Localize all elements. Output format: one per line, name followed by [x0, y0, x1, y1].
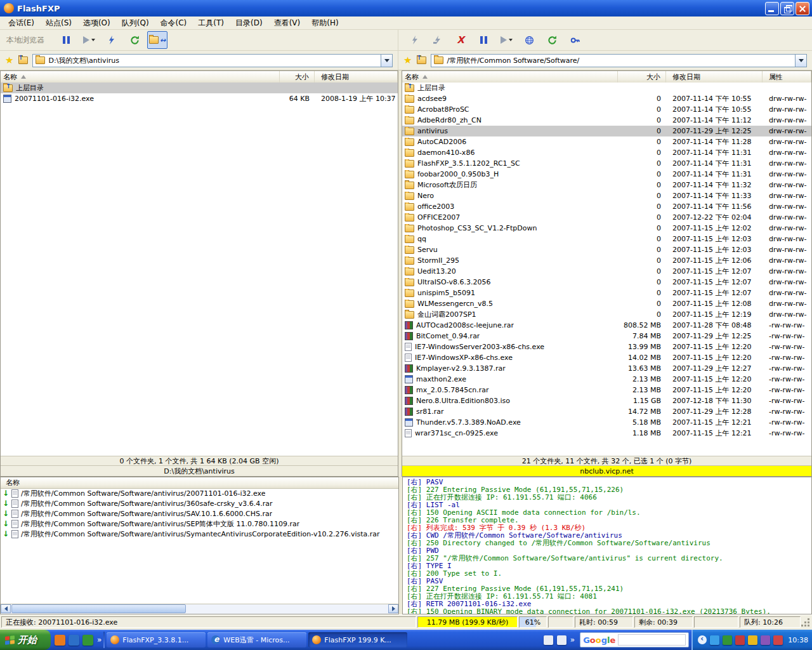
file-row[interactable]: IE7-WindowsServer2003-x86-chs.exe13.99 M…	[402, 342, 811, 352]
file-row[interactable]: Microsoft农历日历02007-11-14 下午 11:32drw-rw-…	[402, 180, 811, 190]
file-row[interactable]: AUTOcad2008sc-leejune.rar808.52 MB2007-1…	[402, 320, 811, 331]
scroll-left-button[interactable]	[1, 604, 11, 613]
file-row[interactable]: AutoCAD200602007-11-14 下午 11:28drw-rw-rw…	[402, 136, 811, 147]
dropdown-button[interactable]	[381, 55, 392, 67]
transfer-button[interactable]	[102, 31, 122, 49]
file-row[interactable]: unispim5_b509102007-11-15 上午 12:07drw-rw…	[402, 288, 811, 298]
file-row[interactable]: BitComet_0.94.rar7.84 MB2007-11-29 上午 12…	[402, 331, 811, 342]
taskbar-task-button[interactable]: WEB迅雷 - Micros...	[207, 632, 306, 647]
deskband-overflow[interactable]	[570, 635, 575, 644]
tray-icon[interactable]	[761, 635, 770, 645]
remote-refresh-button[interactable]	[542, 31, 562, 49]
file-row[interactable]: FlashFXP_3.5.1.1202_RC1_SC02007-11-14 下午…	[402, 158, 811, 169]
queue-h-scrollbar[interactable]	[1, 604, 398, 614]
google-search-input[interactable]	[618, 634, 686, 646]
favorites-star-icon[interactable]: ★	[5, 56, 13, 65]
close-button[interactable]	[796, 2, 809, 15]
title-bar[interactable]: FlashFXP	[0, 0, 812, 17]
file-row[interactable]: StormII_29502007-11-15 上午 12:06drw-rw-rw…	[402, 255, 811, 266]
file-row[interactable]: Nero02007-11-14 下午 11:33drw-rw-rw-	[402, 190, 811, 201]
column-header-size[interactable]: 大小	[618, 71, 666, 83]
taskbar-task-button[interactable]: FlashFXP 199.9 K...	[308, 632, 407, 647]
quick-launch-icon[interactable]	[69, 635, 79, 646]
file-row[interactable]: mx_2.0.5.7845cn.rar2.13 MB2007-11-15 上午 …	[402, 385, 811, 395]
file-row[interactable]: 上层目录	[402, 83, 811, 93]
column-header-size[interactable]: 大小	[280, 71, 315, 83]
scroll-right-button[interactable]	[388, 604, 398, 613]
file-row[interactable]: 上层目录	[1, 83, 398, 93]
menu-item[interactable]: 站点(S)	[40, 17, 77, 30]
column-header-name[interactable]: 名称	[1, 71, 280, 83]
remote-pause-button[interactable]	[473, 31, 494, 49]
start-button[interactable]: 开始	[0, 630, 51, 650]
file-row[interactable]: Photoshop_CS3_SC_V1.2-FtpDown02007-11-15…	[402, 223, 811, 234]
remote-parent-folder-button[interactable]: ↑	[415, 55, 428, 66]
remote-path-combobox[interactable]: /常用软件/Common Software/Software/	[431, 54, 807, 67]
menu-item[interactable]: 选项(O)	[77, 17, 116, 30]
menu-item[interactable]: 查看(V)	[268, 17, 306, 30]
menu-item[interactable]: 目录(D)	[230, 17, 268, 30]
local-browser-label[interactable]: 本地浏览器	[5, 35, 53, 46]
dropdown-button[interactable]	[795, 55, 806, 67]
column-header-attr[interactable]: 属性	[763, 71, 811, 83]
tray-icon[interactable]	[735, 635, 745, 645]
file-row[interactable]: wrar371sc_cn-0925.exe1.18 MB2007-11-15 上…	[402, 428, 811, 439]
connect-button[interactable]	[405, 31, 425, 49]
queue-item[interactable]: /常用软件/Common Software/Software/antivirus…	[1, 519, 398, 529]
file-row[interactable]: sr81.rar14.72 MB2007-11-29 上午 12:28-rw-r…	[402, 406, 811, 417]
menu-item[interactable]: 帮助(H)	[306, 17, 344, 30]
tray-icon[interactable]	[748, 635, 757, 645]
pause-button[interactable]	[56, 31, 76, 49]
file-row[interactable]: 金山词霸2007SP102007-11-15 上午 12:19drw-rw-rw…	[402, 309, 811, 320]
refresh-button[interactable]	[124, 31, 145, 49]
column-header-name[interactable]: 名称	[402, 71, 618, 83]
file-row[interactable]: acdsee902007-11-14 下午 10:55drw-rw-rw-	[402, 93, 811, 104]
file-row[interactable]: OFFICE200702007-12-22 下午 02:04drw-rw-rw-	[402, 212, 811, 223]
local-parent-folder-button[interactable]: ↑	[16, 55, 29, 66]
local-path-combobox[interactable]: D:\我的文档\antivirus	[32, 54, 393, 67]
file-row[interactable]: Thunder.v5.7.3.389.NoAD.exe5.18 MB2007-1…	[402, 417, 811, 428]
file-row[interactable]: UltraISO-v8.6.3.205602007-11-15 上午 12:07…	[402, 277, 811, 288]
file-row[interactable]: daemon410-x8602007-11-14 下午 11:31drw-rw-…	[402, 147, 811, 158]
queue-item[interactable]: /常用软件/Common Software/Software/antivirus…	[1, 498, 398, 508]
file-row[interactable]: IE7-WindowsXP-x86-chs.exe14.02 MB2007-11…	[402, 352, 811, 363]
folder-compare-toggle[interactable]	[147, 31, 167, 49]
file-row[interactable]: Nero.8.Ultra.Edition803.iso1.15 GB2007-1…	[402, 395, 811, 406]
menu-item[interactable]: 工具(T)	[192, 17, 230, 30]
queue-column-header[interactable]: 名称	[1, 477, 398, 489]
tray-icon[interactable]	[773, 635, 783, 645]
queue-item[interactable]: /常用软件/Common Software/Software/antivirus…	[1, 508, 398, 519]
tray-icon[interactable]	[710, 635, 719, 645]
minimize-button[interactable]	[765, 2, 779, 15]
file-row[interactable]: Uedit13.2002007-11-15 上午 12:07drw-rw-rw-	[402, 266, 811, 277]
file-row[interactable]: 20071101-016-i32.exe64 KB2008-1-19 上午 10…	[1, 93, 398, 104]
restore-button[interactable]	[780, 2, 794, 15]
scrollbar-track[interactable]	[186, 604, 388, 614]
file-row[interactable]: maxthon2.exe2.13 MB2007-11-15 上午 12:20-r…	[402, 374, 811, 385]
column-header-date[interactable]: 修改日期	[315, 71, 398, 83]
file-row[interactable]: antivirus02007-11-29 上午 12:25drw-rw-rw-	[402, 126, 811, 136]
menu-item[interactable]: 命令(C)	[155, 17, 193, 30]
hide-icons-button[interactable]	[698, 635, 707, 644]
menu-item[interactable]: 队列(Q)	[116, 17, 155, 30]
quick-launch-icon[interactable]	[82, 635, 93, 646]
file-row[interactable]: Acrobat8ProSC02007-11-14 下午 10:55drw-rw-…	[402, 104, 811, 115]
favorites-star-icon[interactable]: ★	[403, 56, 412, 65]
start-transfer-button[interactable]	[79, 31, 99, 49]
file-row[interactable]: WLMessengercn_v8.502007-11-15 上午 12:08dr…	[402, 298, 811, 309]
file-row[interactable]: foobar2000_0.950b3_H02007-11-14 下午 11:31…	[402, 169, 811, 180]
remote-start-transfer-button[interactable]	[496, 31, 516, 49]
file-row[interactable]: AdbeRdr80_zh_CN02007-11-14 下午 11:12drw-r…	[402, 115, 811, 126]
taskbar-task-button[interactable]: FlashFXP_3.3.8.1...	[107, 632, 206, 647]
disconnect-button[interactable]	[450, 31, 471, 49]
google-search-bar[interactable]: Google	[580, 632, 689, 647]
quick-launch-overflow[interactable]	[97, 635, 102, 644]
queue-item[interactable]: /常用软件/Common Software/Software/antivirus…	[1, 488, 398, 498]
scrollbar-thumb[interactable]	[11, 604, 186, 613]
file-row[interactable]: Servu02007-11-15 上午 12:03drw-rw-rw-	[402, 244, 811, 255]
deskband-icon[interactable]	[544, 635, 553, 645]
site-to-site-button[interactable]	[519, 31, 539, 49]
tray-icon[interactable]	[723, 635, 732, 645]
deskband-icon[interactable]	[557, 635, 566, 645]
column-header-date[interactable]: 修改日期	[666, 71, 763, 83]
